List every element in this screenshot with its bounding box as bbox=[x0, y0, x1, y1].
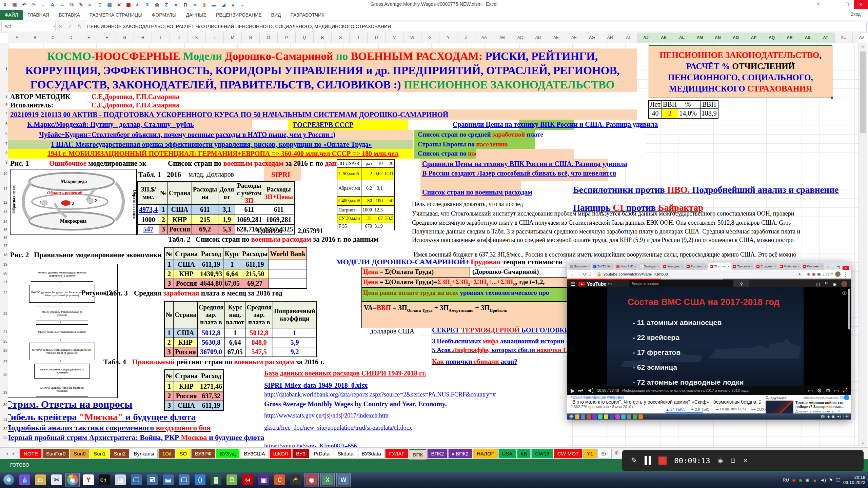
fullscreen-icon[interactable]: ⤢ bbox=[843, 387, 847, 394]
t1-zp-cell[interactable]: 4973,4 bbox=[138, 205, 159, 215]
browser-maximize-icon[interactable]: ❐ bbox=[837, 266, 840, 270]
column-header-J[interactable]: J bbox=[170, 33, 188, 43]
edit-icon[interactable]: ⊡ bbox=[730, 457, 735, 464]
sheet-tab-CW-MOT[interactable]: CW-MOT bbox=[554, 449, 583, 459]
link-drones-vs-pvo[interactable]: Беспилотники против ПВО. Подробнейший ан… bbox=[573, 185, 839, 195]
video-progress-bar[interactable] bbox=[567, 279, 851, 280]
browser-tab[interactable]: ▶Создани✕ bbox=[755, 263, 778, 270]
ribbon-tab-данные[interactable]: ДАННЫЕ bbox=[181, 10, 211, 20]
notepad-icon[interactable]: 🗒 bbox=[225, 473, 239, 487]
column-header-AS[interactable]: AS bbox=[799, 33, 817, 43]
sheet-tab-ВУЗdata[interactable]: ВУЗdata bbox=[358, 449, 385, 459]
column-header-D[interactable]: D bbox=[62, 33, 80, 43]
column-header-AO[interactable]: AO bbox=[727, 33, 745, 43]
scroll-down-icon[interactable]: ▼ bbox=[859, 440, 867, 447]
video-hashtags[interactable]: #армия #армияроссии #гиперзвук bbox=[571, 395, 761, 399]
browser-tab[interactable]: ▶"В это ма✕ bbox=[708, 263, 731, 270]
speaker-icon[interactable]: ◄) bbox=[820, 477, 826, 483]
row-header-1[interactable]: 1 bbox=[0, 67, 7, 71]
column-header-AC[interactable]: AC bbox=[511, 33, 529, 43]
cpu-monitor-icon[interactable]: ▣ bbox=[257, 473, 271, 487]
link-warhead[interactable]: СЕКРЕТ ТЕРМОЯДЕРНОЙ БОЕГОЛОВКИ W-88 bbox=[432, 326, 587, 334]
column-header-Z[interactable]: Z bbox=[457, 33, 475, 43]
sheet-tab-Вулканы[interactable]: Вулканы bbox=[130, 449, 158, 459]
resource-link-2[interactable]: SIPRI-Milex-data-1949-2018_0.xlsx bbox=[264, 382, 368, 389]
right-banner[interactable]: ПЕНСИОННОЕ ЗАКОНОДАТЕЛЬСТВО, РАСЧЁТ % ОТ… bbox=[649, 45, 832, 98]
link-compare-prices[interactable]: Сравнили Цены на технику ВПК России и СШ… bbox=[453, 121, 658, 128]
stream-link-1[interactable]: Стрим. Ответы на вопросы bbox=[8, 399, 133, 410]
row-header-31[interactable]: 31 bbox=[0, 417, 7, 421]
column-header-AE[interactable]: AE bbox=[547, 33, 565, 43]
column-header-AM[interactable]: AM bbox=[691, 33, 709, 43]
column-header-AA[interactable]: AA bbox=[475, 33, 493, 43]
row-header-22[interactable]: 22 bbox=[0, 291, 7, 295]
column-header-M[interactable]: M bbox=[224, 33, 242, 43]
row-header-18[interactable]: 18 bbox=[0, 253, 7, 257]
new-tab-icon[interactable]: + bbox=[825, 265, 831, 270]
column-header-AT[interactable]: AT bbox=[817, 33, 835, 43]
column-header-U[interactable]: U bbox=[368, 33, 386, 43]
row-header-30[interactable]: 30 bbox=[0, 403, 7, 407]
pause-icon[interactable] bbox=[645, 456, 651, 465]
profile-avatar[interactable] bbox=[835, 271, 841, 277]
network-monitor-icon[interactable]: 🖵 bbox=[836, 477, 840, 483]
sheet-tab-ГУЛАГ[interactable]: ГУЛАГ bbox=[385, 449, 408, 459]
autoplay-toggle[interactable] bbox=[840, 396, 849, 399]
insert-function-icon[interactable]: fx bbox=[75, 24, 84, 29]
ribbon-tab-формулы[interactable]: ФОРМУЛЫ bbox=[147, 10, 181, 20]
video-info-icon[interactable]: ⓘ bbox=[842, 290, 847, 296]
sheet-nav-arrows[interactable]: ◂▸ bbox=[1, 448, 19, 459]
settings-icon[interactable]: ⚙ bbox=[817, 387, 822, 394]
sheet-tab-Skdata[interactable]: Skdata bbox=[334, 449, 357, 459]
column-header-A[interactable]: A bbox=[8, 33, 26, 43]
sheet-tab-КВ[interactable]: КВ bbox=[517, 449, 531, 459]
browser-tab[interactable]: ▶Холодна✕ bbox=[662, 263, 685, 270]
recorder-tray-icon[interactable]: ▣ bbox=[805, 477, 809, 483]
column-header-AR[interactable]: AR bbox=[781, 33, 799, 43]
row-header-13[interactable]: 13 bbox=[0, 210, 7, 214]
next-video-title[interactable]: Третья мировая война: кто победит? Засек… bbox=[795, 401, 849, 409]
screen-recorder-widget[interactable]: ✎ 00:09:13 ◉ ⊡ ✕ bbox=[622, 450, 864, 471]
browser-tab[interactable]: ★Закладки✕ bbox=[638, 263, 661, 270]
row-header-29[interactable]: 29 bbox=[0, 390, 7, 394]
sheet-tab-1Oil[interactable]: 1Oil bbox=[158, 449, 175, 459]
browser-tab[interactable]: Your AliE✕ bbox=[615, 263, 638, 270]
dislike-button[interactable]: ▼ 2,6 ТЫС. bbox=[690, 407, 711, 411]
sheet-tab-PrData[interactable]: PrData bbox=[310, 449, 333, 459]
help-icon[interactable]: ? bbox=[811, 0, 825, 9]
excel-icon[interactable]: X bbox=[320, 473, 335, 487]
subtitles-icon[interactable]: ▭ bbox=[808, 387, 813, 394]
column-header-E[interactable]: E bbox=[80, 33, 98, 43]
browser-tab[interactable]: ▶Третья м✕ bbox=[732, 263, 754, 270]
scrollbar-thumb[interactable] bbox=[860, 52, 866, 133]
resource-link-1[interactable]: База данных военных расходов СИПРИ 1949-… bbox=[264, 369, 426, 377]
console-monitor-icon[interactable]: ▓ bbox=[209, 473, 223, 487]
back-icon[interactable]: ← bbox=[570, 272, 574, 277]
snipping-tool-icon[interactable]: ✂ bbox=[50, 473, 64, 487]
link-europe-population[interactable]: Страны Европы по населению bbox=[418, 141, 508, 148]
system-check-icon[interactable]: 🗹 bbox=[145, 473, 159, 487]
row-header-10[interactable]: 10 bbox=[0, 171, 7, 176]
link-military-list[interactable]: Список стран по военным расходам bbox=[422, 188, 532, 196]
row-header-24[interactable]: 24 bbox=[0, 330, 7, 334]
row-header-11[interactable]: 11 bbox=[0, 187, 7, 191]
vertical-scrollbar[interactable]: ▲ ▼ bbox=[859, 43, 867, 447]
avast-orange-icon[interactable]: ▲ bbox=[813, 477, 817, 483]
link-marx[interactable]: К.Маркс/Мордехай: Путину - доллар, Стали… bbox=[27, 121, 194, 128]
row-header-8[interactable]: 8 bbox=[0, 151, 7, 155]
language-indicator[interactable]: RU bbox=[783, 477, 789, 483]
row-header-17[interactable]: 17 bbox=[0, 244, 7, 248]
resource-link-6[interactable]: gks.ru/free_doc/new_site/population/trud… bbox=[264, 424, 412, 431]
sheet-tab-ВУЗущ[interactable]: ВУЗущ bbox=[216, 449, 240, 459]
column-header-Y[interactable]: Y bbox=[439, 33, 457, 43]
flag-alert-icon[interactable]: ⚑ bbox=[829, 477, 833, 483]
column-header-K[interactable]: K bbox=[188, 33, 206, 43]
row-header-26[interactable]: 26 bbox=[0, 348, 7, 352]
row-header-12[interactable]: 12 bbox=[0, 200, 7, 204]
sheet-tab-USA[interactable]: USA bbox=[498, 449, 516, 459]
yandex-browser-icon[interactable]: Y bbox=[81, 473, 96, 487]
ninja-app-icon[interactable]: 🥷 bbox=[289, 473, 303, 487]
next-icon[interactable]: ⏭ bbox=[578, 387, 583, 393]
column-header-F[interactable]: F bbox=[98, 33, 116, 43]
column-header-P[interactable]: P bbox=[278, 33, 296, 43]
